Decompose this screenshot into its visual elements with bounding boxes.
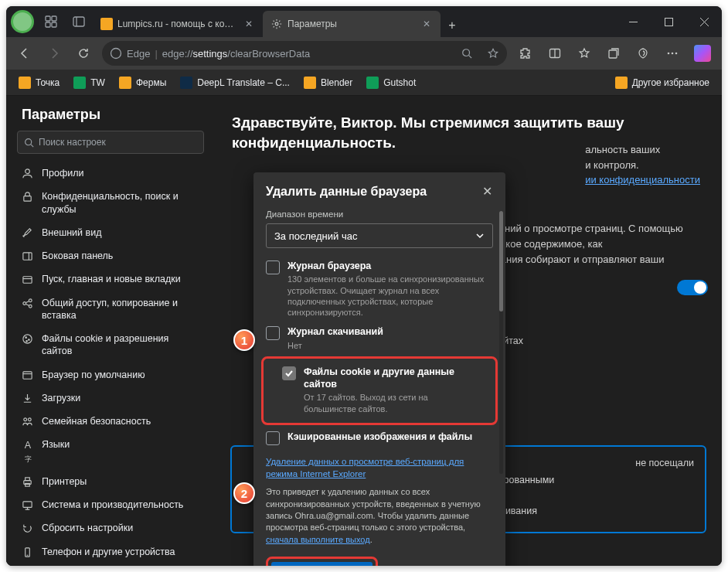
sidebar-item-label: Загрузки <box>42 392 80 404</box>
sidebar-item-6[interactable]: Файлы cookie и разрешения сайтов <box>14 327 207 363</box>
folder-icon <box>304 77 316 89</box>
svg-rect-8 <box>665 18 672 26</box>
close-window-button[interactable] <box>686 6 722 37</box>
dialog-scrollbar-thumb[interactable] <box>499 211 503 312</box>
avatar <box>13 12 32 31</box>
svg-rect-37 <box>23 371 32 378</box>
copilot-button[interactable] <box>688 41 717 66</box>
checkbox[interactable] <box>282 366 296 380</box>
forward-button[interactable] <box>40 41 68 66</box>
annotation-badge-1: 1 <box>233 329 255 351</box>
sidebar-item-label: Общий доступ, копирование и вставка <box>42 297 199 322</box>
extensions-button[interactable] <box>512 41 539 66</box>
privacy-link[interactable]: ии конфиденциальности <box>585 174 700 186</box>
favorite-button[interactable] <box>482 43 504 64</box>
sidebar-item-1[interactable]: Конфиденциальность, поиск и службы <box>14 185 207 221</box>
sidebar-item-13[interactable]: Сбросить настройки <box>14 516 207 540</box>
close-icon[interactable]: ✕ <box>420 18 433 30</box>
collections-button[interactable] <box>600 41 628 66</box>
checkbox[interactable] <box>266 326 280 340</box>
dialog-close-button[interactable]: ✕ <box>476 180 498 202</box>
signout-link[interactable]: сначала выполните выход <box>266 535 370 544</box>
cancel-button[interactable]: Отмена <box>386 562 444 566</box>
sidebar-item-9[interactable]: Семейная безопасность <box>14 410 207 433</box>
range-label: Диапазон времени <box>253 206 505 223</box>
clear-option-0[interactable]: Журнал браузера130 элементов и больше на… <box>253 256 505 322</box>
split-screen-button[interactable] <box>541 41 569 66</box>
favorites-button[interactable] <box>570 41 598 66</box>
workspaces-button[interactable] <box>37 9 65 34</box>
tab-lumpics[interactable]: Lumpics.ru - помощь с компьют ✕ <box>93 11 263 37</box>
back-button[interactable] <box>11 41 39 66</box>
cookie-icon <box>22 333 34 345</box>
clear-option-3[interactable]: Кэшированные изображения и файлы <box>253 427 505 449</box>
svg-rect-3 <box>52 22 56 27</box>
option-desc: От 17 сайтов. Выход из сети на большинст… <box>304 392 477 414</box>
option-desc: Нет <box>287 340 493 351</box>
svg-point-17 <box>668 53 670 55</box>
sidebar-item-15[interactable]: Специальные возможности <box>14 563 207 566</box>
reset-icon <box>22 523 34 534</box>
minimize-button[interactable] <box>615 6 651 37</box>
svg-rect-16 <box>609 50 617 58</box>
sidebar-item-5[interactable]: Общий доступ, копирование и вставка <box>14 291 207 328</box>
sidebar-item-7[interactable]: Браузер по умолчанию <box>14 363 207 386</box>
folder-icon <box>119 77 131 89</box>
bookmark-gutshot[interactable]: Gutshot <box>360 73 422 93</box>
phone-icon <box>22 546 34 558</box>
option-title: Кэшированные изображения и файлы <box>287 431 493 443</box>
bookmark-tw[interactable]: TW <box>67 73 111 93</box>
chevron-down-icon <box>475 231 485 240</box>
vertical-tabs-button[interactable] <box>65 9 93 34</box>
tracking-toggle[interactable] <box>677 280 708 295</box>
address-bar[interactable]: Edge | edge://settings/clearBrowserData <box>102 41 507 66</box>
clear-option-1[interactable]: Журнал скачиванийНет <box>253 322 505 355</box>
sidebar-item-0[interactable]: Профили <box>14 162 207 185</box>
sidebar-item-label: Семейная безопасность <box>42 415 151 427</box>
menu-button[interactable] <box>658 41 686 66</box>
address-protocol: Edge <box>127 48 150 60</box>
bookmark-tochka[interactable]: Точка <box>12 73 66 93</box>
bookmark-blender[interactable]: Blender <box>298 73 359 93</box>
bookmark-fermy[interactable]: Фермы <box>113 73 172 93</box>
panel-icon <box>22 250 34 262</box>
time-range-select[interactable]: За последний час <box>266 223 493 248</box>
option-desc: 130 элементов и больше на синхронизирова… <box>287 274 493 318</box>
folder-icon <box>615 77 628 89</box>
checkbox[interactable] <box>266 431 280 445</box>
sidebar-item-2[interactable]: Внешний вид <box>14 221 207 244</box>
bookmark-deepl[interactable]: DeepL Translate – С... <box>174 73 296 93</box>
search-in-page-button[interactable] <box>456 43 478 64</box>
ie-clear-link[interactable]: Удаление данных о просмотре веб-страниц … <box>253 449 505 483</box>
system-icon <box>22 499 34 511</box>
browser-essentials-button[interactable] <box>629 41 657 66</box>
search-icon <box>24 138 34 148</box>
profile-button[interactable] <box>11 10 34 33</box>
refresh-button[interactable] <box>70 41 97 66</box>
svg-line-13 <box>469 56 472 59</box>
new-tab-button[interactable]: + <box>441 14 464 37</box>
bookmark-other[interactable]: Другое избранное <box>609 73 716 93</box>
svg-point-22 <box>26 169 30 174</box>
svg-point-34 <box>26 337 27 339</box>
sidebar-item-4[interactable]: Пуск, главная и новые вкладки <box>14 267 207 291</box>
sidebar-item-10[interactable]: A字Языки <box>14 433 207 470</box>
tab-settings[interactable]: Параметры ✕ <box>263 11 441 37</box>
close-icon[interactable]: ✕ <box>243 18 255 30</box>
sidebar-item-label: Профили <box>42 167 83 179</box>
svg-point-30 <box>29 305 32 308</box>
app-icon <box>180 77 192 89</box>
search-placeholder: Поиск настроек <box>39 137 106 148</box>
checkbox[interactable] <box>266 260 280 274</box>
search-input[interactable]: Поиск настроек <box>17 131 204 154</box>
clear-now-button[interactable]: Удалить сейчас <box>271 562 373 566</box>
sidebar-item-label: Браузер по умолчанию <box>42 369 145 381</box>
sidebar-item-14[interactable]: Телефон и другие устройства <box>14 540 207 563</box>
sidebar-item-8[interactable]: Загрузки <box>14 386 207 410</box>
clear-option-2[interactable]: Файлы cookie и другие данные сайтовОт 17… <box>270 362 489 418</box>
svg-point-18 <box>672 53 674 55</box>
sidebar-item-12[interactable]: Система и производительность <box>14 493 207 516</box>
maximize-button[interactable] <box>651 6 686 37</box>
sidebar-item-3[interactable]: Боковая панель <box>14 244 207 267</box>
sidebar-item-11[interactable]: Принтеры <box>14 470 207 493</box>
